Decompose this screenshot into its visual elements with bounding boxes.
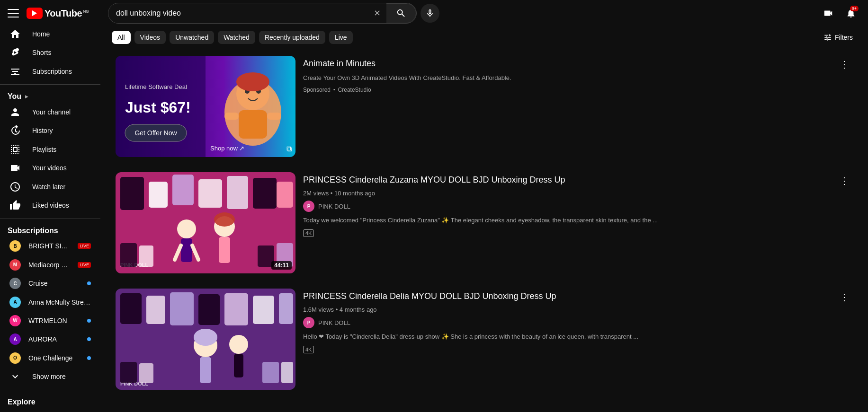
svg-text:Lifetime Software Deal: Lifetime Software Deal bbox=[125, 83, 187, 90]
svg-rect-22 bbox=[253, 178, 277, 209]
sidebar-your-videos-label: Your videos bbox=[32, 164, 67, 172]
aurora-dot bbox=[87, 337, 91, 341]
svg-rect-52 bbox=[281, 362, 293, 383]
you-section-title[interactable]: You ▸ bbox=[0, 88, 100, 103]
svg-rect-38 bbox=[170, 292, 194, 325]
video1-more-button[interactable]: ⋮ bbox=[836, 172, 853, 189]
mediacorp-avatar: M bbox=[9, 259, 21, 271]
thumbup-icon bbox=[9, 200, 21, 211]
sidebar-item-mediacorp[interactable]: M Mediacorp Drama LIVE bbox=[2, 255, 98, 274]
home-icon bbox=[9, 28, 21, 40]
menu-button[interactable] bbox=[8, 8, 19, 19]
anna-avatar: A bbox=[9, 297, 21, 308]
sidebar-item-history[interactable]: History bbox=[2, 122, 98, 140]
video2-views: 1.6M views bbox=[303, 306, 334, 313]
ad-description: Create Your Own 3D Animated Videos With … bbox=[303, 73, 853, 83]
video1-thumbnail[interactable]: PINK DOLL 44:11 bbox=[116, 172, 295, 273]
video2-more-button[interactable]: ⋮ bbox=[836, 289, 853, 306]
sidebar-divider-1 bbox=[0, 84, 100, 85]
sidebar-item-cruise[interactable]: C Cruise bbox=[2, 274, 98, 292]
sidebar-item-one-challenge[interactable]: O One Challenge bbox=[2, 349, 98, 367]
youtube-logo[interactable]: YouTubeNG bbox=[27, 8, 89, 19]
video2-title: PRINCESS Cinderella Delia MYOU DOLL BJD … bbox=[303, 290, 853, 302]
video2-meta: 1.6M views • 4 months ago bbox=[303, 306, 853, 313]
sidebar-shorts-label: Shorts bbox=[32, 49, 51, 56]
video2-description: Hello ❤ Today is "Cinderella Delia" dres… bbox=[303, 332, 853, 342]
filter-chip-videos[interactable]: Videos bbox=[134, 31, 166, 44]
svg-rect-31 bbox=[139, 245, 153, 267]
svg-text:Get Offer Now: Get Offer Now bbox=[134, 129, 177, 137]
svg-rect-12 bbox=[239, 110, 267, 139]
notification-count: 9+ bbox=[850, 6, 859, 11]
sidebar-subscriptions-label: Subscriptions bbox=[32, 68, 72, 75]
mediacorp-label: Mediacorp Drama bbox=[28, 261, 70, 269]
filter-chip-live[interactable]: Live bbox=[329, 31, 353, 44]
sidebar-watch-later-label: Watch later bbox=[32, 183, 65, 191]
filter-chip-unwatched[interactable]: Unwatched bbox=[170, 31, 214, 44]
you-arrow-icon: ▸ bbox=[25, 93, 28, 100]
ad-title: Animate in Minutes bbox=[303, 58, 853, 70]
video1-channel-avatar: P bbox=[303, 201, 314, 212]
wtrmelon-label: WTRMELON bbox=[28, 317, 80, 324]
sidebar-item-subscriptions[interactable]: Subscriptions bbox=[2, 62, 98, 80]
sidebar-item-shorts[interactable]: Shorts bbox=[2, 43, 98, 61]
video1-channel-name: PINK DOLL bbox=[318, 203, 350, 210]
svg-rect-42 bbox=[279, 293, 293, 324]
svg-rect-27 bbox=[219, 237, 230, 263]
sidebar-item-liked-videos[interactable]: Liked videos bbox=[2, 196, 98, 214]
sidebar-item-home[interactable]: Home bbox=[2, 25, 98, 43]
sidebar-header: YouTubeNG bbox=[0, 4, 100, 23]
sidebar-item-bright-side[interactable]: B BRIGHT SIDE LIVE bbox=[2, 237, 98, 255]
svg-text:Shop now ↗: Shop now ↗ bbox=[210, 145, 244, 152]
sidebar-item-aurora[interactable]: A AURORA bbox=[2, 330, 98, 349]
svg-rect-18 bbox=[149, 182, 168, 208]
svg-rect-49 bbox=[120, 362, 137, 383]
sidebar-item-your-channel[interactable]: Your channel bbox=[2, 103, 98, 121]
sidebar-home-label: Home bbox=[32, 30, 50, 38]
video1-views: 2M views bbox=[303, 190, 329, 197]
sidebar-item-your-videos[interactable]: Your videos bbox=[2, 158, 98, 177]
video2-age: 4 months ago bbox=[340, 306, 377, 313]
filter-chip-watched[interactable]: Watched bbox=[218, 31, 255, 44]
create-button[interactable] bbox=[819, 4, 838, 23]
sidebar-show-more[interactable]: Show more bbox=[2, 368, 98, 386]
search-area: ✕ bbox=[108, 3, 439, 24]
bright-side-label: BRIGHT SIDE bbox=[28, 242, 70, 250]
cruise-label: Cruise bbox=[28, 280, 80, 287]
svg-rect-23 bbox=[277, 182, 293, 208]
clear-search-button[interactable]: ✕ bbox=[368, 4, 386, 22]
svg-point-28 bbox=[214, 212, 235, 227]
ad-more-button[interactable]: ⋮ bbox=[836, 56, 853, 73]
wtrmelon-dot bbox=[87, 319, 91, 323]
sidebar-item-anna[interactable]: A Anna McNulty Stret... bbox=[2, 293, 98, 311]
sidebar-item-wtrmelon[interactable]: W WTRMELON bbox=[2, 311, 98, 330]
external-link-icon: ⧉ bbox=[286, 145, 292, 153]
person-icon bbox=[9, 106, 21, 118]
ad-thumbnail[interactable]: Lifetime Software Deal Just $67! Get Off… bbox=[116, 56, 295, 157]
ad-card: Lifetime Software Deal Just $67! Get Off… bbox=[112, 52, 857, 161]
sidebar-item-playlists[interactable]: Playlists bbox=[2, 140, 98, 158]
svg-rect-14 bbox=[267, 113, 281, 120]
sidebar-your-channel-label: Your channel bbox=[32, 108, 71, 116]
mediacorp-live-badge: LIVE bbox=[78, 262, 91, 268]
topbar: ✕ 9+ bbox=[100, 0, 868, 26]
video2-thumbnail[interactable]: PINK DOLL bbox=[116, 289, 295, 390]
voice-search-button[interactable] bbox=[421, 4, 439, 23]
subscriptions-section-label: Subscriptions bbox=[8, 227, 58, 235]
notifications-button[interactable]: 9+ bbox=[841, 4, 860, 23]
video1-title: PRINCESS Cinderella Zuzana MYOU DOLL BJD… bbox=[303, 174, 853, 186]
bright-side-live-badge: LIVE bbox=[78, 243, 91, 249]
content-area: Lifetime Software Deal Just $67! Get Off… bbox=[100, 48, 868, 412]
video2-channel-row: P PINK DOLL bbox=[303, 317, 853, 328]
subscriptions-icon bbox=[9, 66, 21, 77]
explore-label: Explore bbox=[8, 398, 36, 406]
svg-rect-47 bbox=[234, 354, 243, 377]
filters-label: Filters bbox=[835, 34, 853, 41]
one-challenge-avatar: O bbox=[9, 352, 21, 364]
filters-button[interactable]: Filters bbox=[820, 30, 857, 44]
search-submit-button[interactable] bbox=[386, 3, 416, 23]
filter-chip-all[interactable]: All bbox=[112, 31, 131, 44]
search-input[interactable] bbox=[108, 5, 368, 21]
sidebar-item-watch-later[interactable]: Watch later bbox=[2, 177, 98, 196]
filter-chip-recently-uploaded[interactable]: Recently uploaded bbox=[259, 31, 325, 44]
